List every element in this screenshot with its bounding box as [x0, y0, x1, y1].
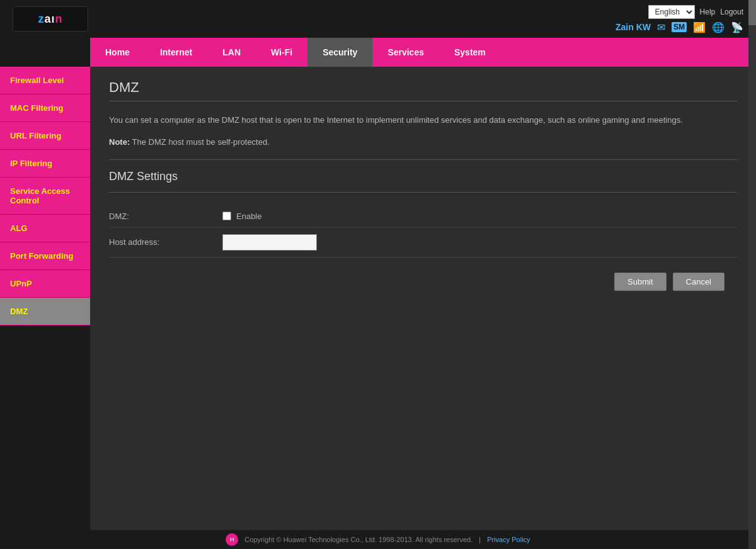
- sidebar-item-port-forwarding[interactable]: Port Forwarding: [0, 242, 90, 270]
- sidebar-item-url[interactable]: URL Filtering: [0, 122, 90, 150]
- submit-button[interactable]: Submit: [614, 273, 666, 291]
- nav-wifi[interactable]: Wi-Fi: [256, 38, 307, 67]
- sidebar-item-ip[interactable]: IP Filtering: [0, 150, 90, 178]
- note-text: Note: The DMZ host must be self-protecte…: [109, 137, 737, 147]
- sidebar-item-firewall[interactable]: Firewall Level: [0, 67, 90, 94]
- buttons-row: Submit Cancel: [109, 273, 737, 291]
- sidebar-item-service-access[interactable]: Service Access Control: [0, 178, 90, 215]
- nav-system[interactable]: System: [439, 38, 501, 67]
- section-title: DMZ Settings: [109, 170, 737, 183]
- mail-icon: ✉: [657, 21, 665, 33]
- scrollbar[interactable]: [748, 0, 756, 549]
- sidebar-item-upnp[interactable]: UPnP: [0, 270, 90, 298]
- footer-separator: |: [479, 536, 481, 543]
- main-nav: Home Internet LAN Wi-Fi Security Service…: [90, 38, 756, 67]
- signal-icon: 📶: [693, 21, 706, 33]
- note-body: The DMZ host must be self-protected.: [132, 137, 270, 147]
- lang-help-row: English Help Logout: [648, 5, 743, 19]
- operator-label: Zain KW: [616, 22, 651, 32]
- host-address-row: Host address:: [109, 228, 737, 258]
- cancel-button[interactable]: Cancel: [673, 273, 724, 291]
- nav-internet[interactable]: Internet: [145, 38, 207, 67]
- enable-label: Enable: [236, 212, 261, 221]
- dmz-enable-checkbox[interactable]: [222, 212, 231, 220]
- wifi-icon: 📡: [731, 21, 743, 33]
- sidebar: Firewall Level MAC Filtering URL Filteri…: [0, 67, 90, 530]
- nav-security[interactable]: Security: [307, 38, 372, 67]
- globe-icon: 🌐: [712, 21, 724, 33]
- logo: zaın: [13, 6, 88, 31]
- top-right: English Help Logout Zain KW ✉ SM 📶 🌐 📡: [616, 5, 743, 33]
- nav-spacer: [0, 38, 90, 67]
- nav-home[interactable]: Home: [90, 38, 145, 67]
- sidebar-item-dmz[interactable]: DMZ: [0, 298, 90, 325]
- footer-logo: H: [226, 533, 238, 546]
- sidebar-item-alg[interactable]: ALG: [0, 215, 90, 242]
- help-link[interactable]: Help: [700, 8, 716, 16]
- dmz-label: DMZ:: [109, 212, 222, 221]
- host-address-input[interactable]: [222, 234, 317, 251]
- scrollbar-thumb[interactable]: [748, 0, 756, 25]
- host-label: Host address:: [109, 237, 222, 247]
- language-select[interactable]: English: [648, 5, 695, 19]
- section-divider: [109, 159, 737, 160]
- note-prefix: Note:: [109, 137, 130, 147]
- copyright-text: Copyright © Huawei Technologies Co., Ltd…: [244, 536, 472, 543]
- nav-lan[interactable]: LAN: [207, 38, 256, 67]
- main-layout: Firewall Level MAC Filtering URL Filteri…: [0, 67, 756, 530]
- section-title-divider: [109, 192, 737, 193]
- page-title: DMZ: [109, 79, 737, 96]
- help-logout: Help Logout: [700, 8, 743, 16]
- privacy-policy-link[interactable]: Privacy Policy: [487, 536, 530, 543]
- nav-services[interactable]: Services: [372, 38, 439, 67]
- content-area: DMZ You can set a computer as the DMZ ho…: [90, 67, 756, 530]
- sms-icon: SM: [672, 22, 687, 32]
- title-divider: [109, 101, 737, 101]
- status-row: Zain KW ✉ SM 📶 🌐 📡: [616, 21, 743, 33]
- logout-link[interactable]: Logout: [720, 8, 743, 16]
- host-control: [222, 234, 317, 251]
- sidebar-item-mac[interactable]: MAC Filtering: [0, 94, 90, 122]
- top-bar: zaın English Help Logout Zain KW ✉ SM 📶 …: [0, 0, 756, 38]
- footer: H Copyright © Huawei Technologies Co., L…: [0, 530, 756, 549]
- logo-text: zaın: [38, 13, 62, 26]
- description-text: You can set a computer as the DMZ host t…: [109, 114, 737, 127]
- dmz-enable-row: DMZ: Enable: [109, 205, 737, 228]
- dmz-control: Enable: [222, 212, 261, 221]
